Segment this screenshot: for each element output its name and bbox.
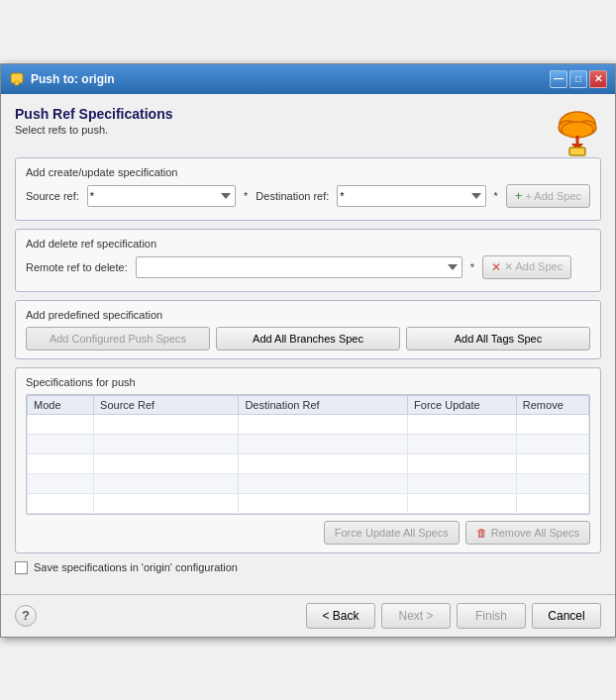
x-icon-delete: ✕ [491,260,501,274]
predefined-legend: Add predefined specification [26,309,590,321]
source-asterisk: * [244,190,248,202]
force-update-all-label: Force Update All Specs [335,527,449,539]
force-update-all-specs-button[interactable]: Force Update All Specs [324,521,460,545]
cell-dest [239,414,408,434]
remove-all-specs-button[interactable]: 🗑 Remove All Specs [465,521,590,545]
dest-ref-label: Destination ref: [256,190,329,202]
footer: ? < Back Next > Finish Cancel [1,594,615,637]
dialog-content: Push Ref Specifications Select refs to p… [1,94,615,594]
maximize-button[interactable]: □ [569,70,587,88]
svg-point-5 [562,122,593,138]
next-button[interactable]: Next > [381,603,451,629]
add-configured-push-specs-button[interactable]: Add Configured Push Specs [26,327,210,350]
cell-force [408,414,517,434]
cancel-button[interactable]: Cancel [532,603,601,629]
dest-ref-select[interactable]: * [337,185,485,207]
cell-source [94,414,239,434]
title-text: Push to: origin [31,72,115,86]
specs-table-wrapper: Mode Source Ref Destination Ref Force Up… [26,394,590,515]
page-title: Push Ref Specifications [15,106,554,122]
cell-mode [28,473,94,493]
remove-icon: 🗑 [476,527,487,539]
table-row [28,473,589,493]
table-row [28,414,589,434]
cancel-label: Cancel [548,609,584,623]
cell-mode [28,434,94,453]
create-update-section: Add create/update specification Source r… [15,157,601,221]
predefined-section: Add predefined specification Add Configu… [15,300,601,359]
back-label: < Back [322,609,359,623]
cell-source [94,473,239,493]
remove-all-label: Remove All Specs [491,527,579,539]
cell-remove [516,414,588,434]
svg-rect-8 [569,148,585,155]
spec-actions-row: Force Update All Specs 🗑 Remove All Spec… [26,521,590,545]
cloud-push-icon [554,102,601,157]
finish-button[interactable]: Finish [457,603,526,629]
cell-source [94,453,239,473]
create-update-legend: Add create/update specification [26,166,590,178]
help-button[interactable]: ? [15,605,37,627]
save-row: Save specifications in 'origin' configur… [15,561,601,574]
cell-dest [239,493,408,513]
specs-section: Specifications for push Mode Source Ref … [15,367,601,553]
add-spec-button-delete[interactable]: ✕ ✕ Add Spec [482,255,571,279]
cloud-icon-svg [554,102,601,157]
col-dest-ref: Destination Ref [239,395,408,414]
table-row [28,453,589,473]
cell-dest [239,473,408,493]
cell-mode [28,453,94,473]
configured-label: Add Configured Push Specs [50,333,186,345]
svg-rect-1 [15,81,19,85]
cell-mode [28,414,94,434]
add-spec-button-create[interactable]: + + Add Spec [506,184,590,208]
cell-force [408,453,517,473]
remote-ref-select[interactable] [136,256,462,278]
back-button[interactable]: < Back [306,603,375,629]
cell-remove [516,473,588,493]
dest-asterisk: * [494,190,498,202]
add-spec-delete-label: ✕ Add Spec [504,260,563,273]
add-all-branches-spec-button[interactable]: Add All Branches Spec [216,327,400,350]
tags-label: Add All Tags Spec [455,333,542,345]
branches-label: Add All Branches Spec [253,333,363,345]
close-button[interactable]: ✕ [589,70,607,88]
save-checkbox[interactable] [15,561,28,574]
cell-force [408,434,517,453]
specs-table-body [28,414,589,513]
cell-remove [516,434,588,453]
specs-section-title: Specifications for push [26,376,590,388]
cell-remove [516,493,588,513]
main-window: Push to: origin — □ ✕ Push Ref Specifica… [0,63,616,638]
add-all-tags-spec-button[interactable]: Add All Tags Spec [406,327,590,350]
finish-label: Finish [475,609,507,623]
footer-right: < Back Next > Finish Cancel [306,603,601,629]
cell-force [408,473,517,493]
specs-table: Mode Source Ref Destination Ref Force Up… [27,395,589,514]
source-ref-select[interactable]: * [87,185,236,207]
plus-icon-create: + [515,188,523,203]
create-update-form-row: Source ref: * * Destination ref: * * + +… [26,184,590,208]
title-bar-buttons: — □ ✕ [550,70,607,88]
cell-source [94,493,239,513]
col-force-update: Force Update [408,395,517,414]
delete-ref-form-row: Remote ref to delete: * ✕ ✕ Add Spec [26,255,590,279]
cell-mode [28,493,94,513]
remote-ref-label: Remote ref to delete: [26,261,128,273]
cell-dest [239,453,408,473]
col-source-ref: Source Ref [94,395,239,414]
table-row [28,434,589,453]
remote-asterisk: * [470,261,474,273]
delete-ref-legend: Add delete ref specification [26,238,590,250]
col-mode: Mode [28,395,94,414]
col-remove: Remove [516,395,588,414]
save-label: Save specifications in 'origin' configur… [34,561,238,573]
delete-ref-section: Add delete ref specification Remote ref … [15,229,601,292]
page-subtitle: Select refs to push. [15,124,554,136]
cell-force [408,493,517,513]
title-bar-left: Push to: origin [9,71,115,87]
cell-source [94,434,239,453]
table-row [28,493,589,513]
minimize-button[interactable]: — [550,70,567,88]
add-spec-create-label: + Add Spec [525,190,581,202]
